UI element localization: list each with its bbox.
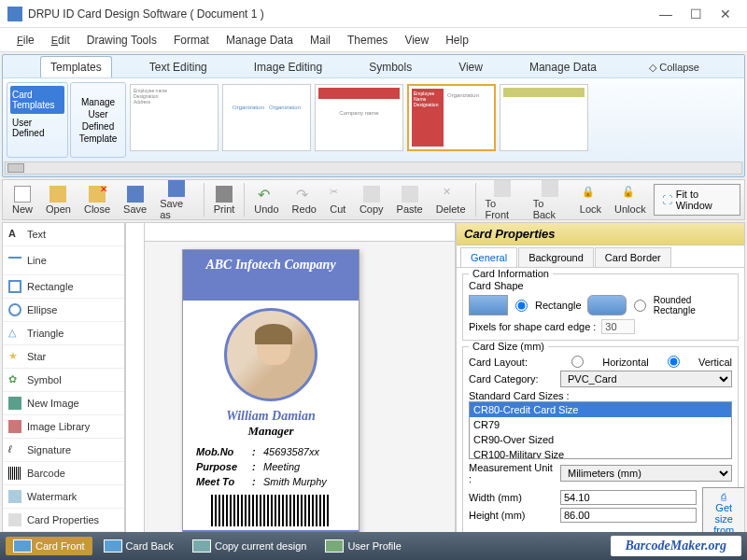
toback-button[interactable]: To Back	[528, 178, 572, 222]
brand-label: BarcodeMaker.org	[611, 536, 742, 556]
tool-new-image[interactable]: New Image	[3, 392, 124, 415]
tab-background[interactable]: Background	[518, 247, 594, 267]
close-button[interactable]: ✕	[719, 7, 732, 21]
tool-barcode[interactable]: Barcode	[3, 462, 124, 485]
menu-manage[interactable]: Manage Data	[218, 30, 301, 50]
template-thumb[interactable]: Company name	[315, 84, 403, 151]
card-templates-button[interactable]: Card Templates	[10, 86, 64, 114]
tab-general[interactable]: General	[460, 247, 517, 267]
shape-rounded-radio[interactable]	[634, 300, 646, 312]
close-button[interactable]: ✕Close	[78, 184, 116, 217]
layout-horizontal-radio[interactable]	[562, 356, 593, 368]
maximize-button[interactable]: ☐	[689, 7, 702, 21]
tab-text[interactable]: Text Editing	[140, 57, 217, 77]
tab-view[interactable]: View	[449, 57, 492, 77]
new-button[interactable]: New	[7, 184, 38, 217]
size-option[interactable]: CR90-Over Sized	[470, 432, 731, 447]
menu-help[interactable]: Help	[438, 30, 476, 50]
collapse-button[interactable]: ◇ Collapse	[641, 58, 707, 77]
redo-button[interactable]: ↷Redo	[287, 184, 322, 217]
menu-drawing[interactable]: Drawing Tools	[79, 30, 164, 50]
tool-ellipse[interactable]: Ellipse	[3, 299, 124, 322]
print-button[interactable]: Print	[208, 184, 241, 217]
cut-button[interactable]: ✂Cut	[324, 184, 352, 217]
menu-file[interactable]: File	[9, 30, 42, 50]
tab-symbols[interactable]: Symbols	[359, 57, 421, 77]
tofront-button[interactable]: To Front	[479, 178, 525, 222]
card-size-group: Card Size (mm) Card Layout:HorizontalVer…	[462, 346, 739, 555]
menu-edit[interactable]: Edit	[44, 30, 78, 50]
menu-mail[interactable]: Mail	[303, 30, 338, 50]
template-thumb-selected[interactable]: Employee NameDesignationOrganization	[407, 84, 496, 151]
copy-button[interactable]: Copy	[354, 184, 389, 217]
card-front-button[interactable]: Card Front	[6, 537, 92, 555]
open-button[interactable]: Open	[40, 184, 77, 217]
properties-title: Card Properties	[457, 223, 744, 245]
saveas-button[interactable]: Save as	[154, 178, 200, 222]
delete-button[interactable]: ✕Delete	[430, 184, 472, 217]
card-name: William Damian	[183, 409, 359, 424]
properties-panel: Card Properties General Background Card …	[456, 222, 745, 556]
app-icon	[7, 7, 22, 21]
tool-symbol[interactable]: ✿Symbol	[3, 369, 124, 392]
unit-select[interactable]: Milimeters (mm)	[560, 465, 732, 482]
user-profile-button[interactable]: User Profile	[317, 537, 408, 555]
shape-rectangle-radio[interactable]	[515, 300, 528, 312]
shape-rect-preview	[469, 295, 508, 315]
tool-rectangle[interactable]: Rectangle	[3, 275, 124, 299]
lock-button[interactable]: 🔒Lock	[574, 184, 607, 217]
size-option[interactable]: CR80-Credit Card Size	[470, 402, 731, 417]
ruler-vertical	[126, 223, 145, 555]
card-company: ABC Infotech Company	[183, 250, 359, 301]
minimize-button[interactable]: —	[659, 7, 672, 21]
layout-vertical-radio[interactable]	[658, 356, 689, 368]
tab-border[interactable]: Card Border	[595, 247, 671, 267]
size-option[interactable]: CR79	[470, 417, 731, 432]
size-list[interactable]: CR80-Credit Card Size CR79 CR90-Over Siz…	[469, 401, 732, 459]
bottom-bar: Card Front Card Back Copy current design…	[0, 532, 747, 560]
menu-view[interactable]: View	[397, 30, 436, 50]
tool-card-properties[interactable]: Card Properties	[3, 509, 124, 532]
template-thumb[interactable]: Employee nameDesignationAddress	[130, 84, 218, 151]
card-info-group: Card Information Card Shape Rectangle Ro…	[462, 273, 739, 341]
main-toolbar: New Open ✕Close Save Save as Print ↶Undo…	[2, 179, 745, 220]
template-gallery: Employee nameDesignationAddress Organiza…	[128, 82, 740, 158]
tool-image-library[interactable]: Image Library	[3, 415, 124, 439]
canvas[interactable]: ABC Infotech Company William Damian Mana…	[125, 222, 456, 556]
tools-sidebar: AText Line Rectangle Ellipse △Triangle ★…	[2, 222, 125, 556]
id-card[interactable]: ABC Infotech Company William Damian Mana…	[182, 249, 359, 539]
tool-text[interactable]: AText	[3, 223, 124, 246]
tool-signature[interactable]: ℓSignature	[3, 439, 124, 462]
card-back-button[interactable]: Card Back	[96, 537, 181, 555]
ruler-horizontal	[145, 223, 455, 242]
menu-format[interactable]: Format	[166, 30, 217, 50]
tool-star[interactable]: ★Star	[3, 345, 124, 369]
fit-window-button[interactable]: ⛶Fit to Window	[654, 184, 740, 216]
category-select[interactable]: PVC_Card	[560, 371, 732, 387]
unlock-button[interactable]: 🔓Unlock	[609, 184, 652, 217]
width-input[interactable]	[560, 490, 697, 505]
copy-design-button[interactable]: Copy current design	[185, 537, 314, 555]
height-input[interactable]	[560, 508, 697, 523]
tab-image[interactable]: Image Editing	[245, 57, 331, 77]
paste-button[interactable]: Paste	[391, 184, 429, 217]
tool-watermark[interactable]: Watermark	[3, 485, 124, 509]
template-thumb[interactable]: Organization Organization	[222, 84, 311, 151]
template-scrollbar[interactable]	[5, 161, 742, 175]
tool-line[interactable]: Line	[3, 246, 124, 275]
template-type-group: Card Templates User Defined	[7, 82, 68, 158]
card-role: Manager	[183, 424, 359, 439]
tab-manage[interactable]: Manage Data	[520, 57, 606, 77]
shape-rounded-preview	[587, 295, 627, 315]
menu-themes[interactable]: Themes	[340, 30, 395, 50]
undo-button[interactable]: ↶Undo	[248, 184, 284, 217]
manage-template-button[interactable]: Manage User Defined Template	[70, 82, 126, 158]
template-thumb[interactable]	[500, 84, 588, 151]
tab-templates[interactable]: Templates	[40, 56, 112, 77]
size-option[interactable]: CR100-Military Size	[470, 447, 731, 459]
pixel-edge-input[interactable]	[601, 319, 635, 334]
save-button[interactable]: Save	[118, 184, 152, 217]
titlebar: DRPU ID Card Design Software ( Document …	[0, 0, 747, 28]
tool-triangle[interactable]: △Triangle	[3, 322, 124, 345]
user-defined-button[interactable]: User Defined	[10, 114, 64, 142]
